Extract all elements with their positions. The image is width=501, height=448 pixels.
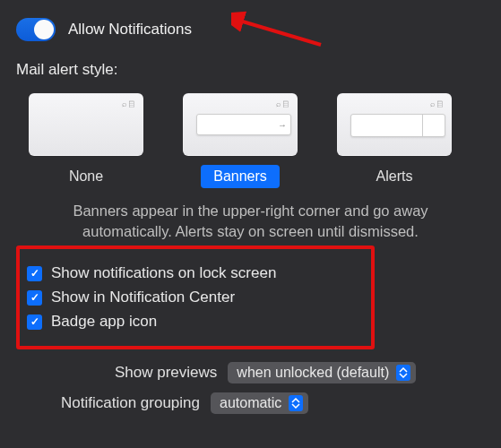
checkbox-row-notification-center[interactable]: ✓ Show in Notification Center xyxy=(27,289,364,306)
alert-preview-icon xyxy=(350,114,445,137)
checkbox-label-badge: Badge app icon xyxy=(51,313,157,331)
checkbox-badge[interactable]: ✓ xyxy=(27,314,42,330)
checkbox-label-notification-center: Show in Notification Center xyxy=(51,289,235,306)
banner-preview-icon: → xyxy=(196,114,291,135)
show-previews-row: Show previews when unlocked (default) xyxy=(16,362,485,383)
style-thumb-alerts: ⌕ ⌸ xyxy=(337,93,452,156)
allow-notifications-label: Allow Notifications xyxy=(68,21,192,39)
chevron-up-down-icon xyxy=(289,395,303,411)
alert-style-row: ⌕ ⌸ None ⌕ ⌸ → Banners ⌕ ⌸ Alerts xyxy=(16,93,485,188)
toolbar-glyphs-icon: ⌕ ⌸ xyxy=(430,99,442,108)
notification-grouping-value: automatic xyxy=(220,395,281,411)
style-option-none[interactable]: ⌕ ⌸ None xyxy=(29,93,143,188)
checkbox-label-lock-screen: Show notifications on lock screen xyxy=(51,264,276,282)
highlight-annotation-box: ✓ Show notifications on lock screen ✓ Sh… xyxy=(16,246,375,349)
show-previews-dropdown[interactable]: when unlocked (default) xyxy=(228,362,416,383)
show-previews-label: Show previews xyxy=(115,364,217,382)
style-thumb-none: ⌕ ⌸ xyxy=(29,93,143,156)
alert-style-description: Banners appear in the upper-right corner… xyxy=(16,201,485,242)
notification-grouping-label: Notification grouping xyxy=(61,394,200,412)
checkbox-lock-screen[interactable]: ✓ xyxy=(27,266,42,281)
style-label-none: None xyxy=(56,165,116,188)
chevron-up-down-icon xyxy=(396,365,410,381)
checkbox-notification-center[interactable]: ✓ xyxy=(27,290,42,306)
checkbox-row-badge[interactable]: ✓ Badge app icon xyxy=(27,313,364,331)
style-thumb-banners: ⌕ ⌸ → xyxy=(183,93,298,156)
style-option-banners[interactable]: ⌕ ⌸ → Banners xyxy=(183,93,298,188)
arrow-right-icon: → xyxy=(278,120,287,130)
checkbox-row-lock-screen[interactable]: ✓ Show notifications on lock screen xyxy=(27,264,364,282)
style-label-banners: Banners xyxy=(201,165,280,188)
toolbar-glyphs-icon: ⌕ ⌸ xyxy=(122,99,134,108)
style-option-alerts[interactable]: ⌕ ⌸ Alerts xyxy=(337,93,452,188)
notification-grouping-row: Notification grouping automatic xyxy=(16,392,485,414)
show-previews-value: when unlocked (default) xyxy=(237,365,389,381)
allow-notifications-toggle[interactable] xyxy=(16,18,56,41)
toolbar-glyphs-icon: ⌕ ⌸ xyxy=(276,99,288,108)
style-label-alerts: Alerts xyxy=(364,165,426,188)
notification-grouping-dropdown[interactable]: automatic xyxy=(211,392,308,414)
alert-style-label: Mail alert style: xyxy=(16,61,485,79)
